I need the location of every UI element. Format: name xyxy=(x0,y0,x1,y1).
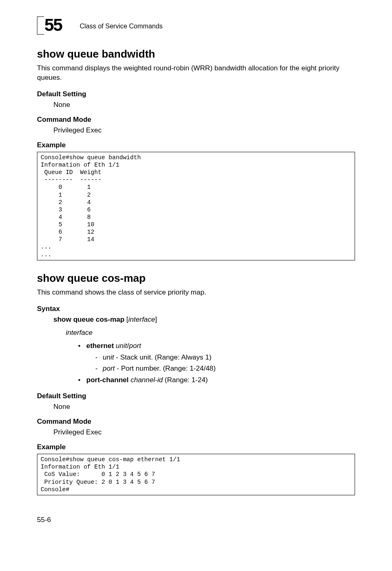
code-block-bandwidth: Console#show queue bandwidth Information… xyxy=(37,152,355,260)
syntax-close: ] xyxy=(155,316,157,323)
bullet-port-channel-rest: (Range: 1-24) xyxy=(163,376,208,384)
bullet-port-channel-it: channel-id xyxy=(131,376,163,384)
default-setting-label: Default Setting xyxy=(37,90,355,98)
syntax-open: [ xyxy=(125,316,128,323)
bullet-port-channel-bold: port-channel xyxy=(86,376,129,384)
chapter-badge: 55 xyxy=(37,16,74,36)
param-list: ethernet unit/port unit - Stack unit. (R… xyxy=(78,341,355,386)
page-number: 55-6 xyxy=(37,516,355,524)
bullet-ethernet-unit: unit xyxy=(116,342,127,350)
syntax-line: show queue cos-map [interface] xyxy=(53,316,355,324)
bullet-ethernet-bold: ethernet xyxy=(86,342,114,350)
default-setting-value: None xyxy=(53,101,355,109)
dash-port-it: port xyxy=(103,364,115,372)
command-mode-value-2: Privileged Exec xyxy=(53,428,355,436)
command-mode-label: Command Mode xyxy=(37,116,355,124)
dash-unit-it: unit xyxy=(103,353,114,361)
bullet-ethernet: ethernet unit/port unit - Stack unit. (R… xyxy=(78,341,355,374)
section-heading-show-queue-bandwidth: show queue bandwidth xyxy=(37,48,355,60)
dash-list: unit - Stack unit. (Range: Always 1) por… xyxy=(95,353,355,374)
bullet-port-channel: port-channel channel-id (Range: 1-24) xyxy=(78,375,355,385)
code-block-cos-map: Console#show queue cos-map ethernet 1/1 … xyxy=(37,454,355,495)
section-intro-2: This command shows the class of service … xyxy=(37,288,355,297)
dash-port-rest: - Port number. (Range: 1-24/48) xyxy=(115,364,216,372)
default-setting-value-2: None xyxy=(53,403,355,411)
param-interface: interface xyxy=(66,329,355,337)
dash-unit: unit - Stack unit. (Range: Always 1) xyxy=(95,353,355,363)
chapter-number: 55 xyxy=(44,15,62,35)
syntax-param: interface xyxy=(128,316,155,323)
command-mode-label-2: Command Mode xyxy=(37,418,355,426)
chapter-title: Class of Service Commands xyxy=(80,23,163,30)
default-setting-label-2: Default Setting xyxy=(37,392,355,400)
command-mode-value: Privileged Exec xyxy=(53,126,355,135)
example-label-2: Example xyxy=(37,443,355,451)
section-intro: This command displays the weighted round… xyxy=(37,64,355,83)
dash-port: port - Port number. (Range: 1-24/48) xyxy=(95,364,355,374)
syntax-cmd-bold: show queue cos-map xyxy=(53,316,125,323)
syntax-label: Syntax xyxy=(37,305,355,313)
chapter-header: 55 Class of Service Commands xyxy=(37,16,355,36)
example-label: Example xyxy=(37,141,355,149)
dash-unit-rest: - Stack unit. (Range: Always 1) xyxy=(114,353,211,361)
section-heading-show-queue-cos-map: show queue cos-map xyxy=(37,272,355,285)
bullet-ethernet-port: port xyxy=(129,342,141,350)
